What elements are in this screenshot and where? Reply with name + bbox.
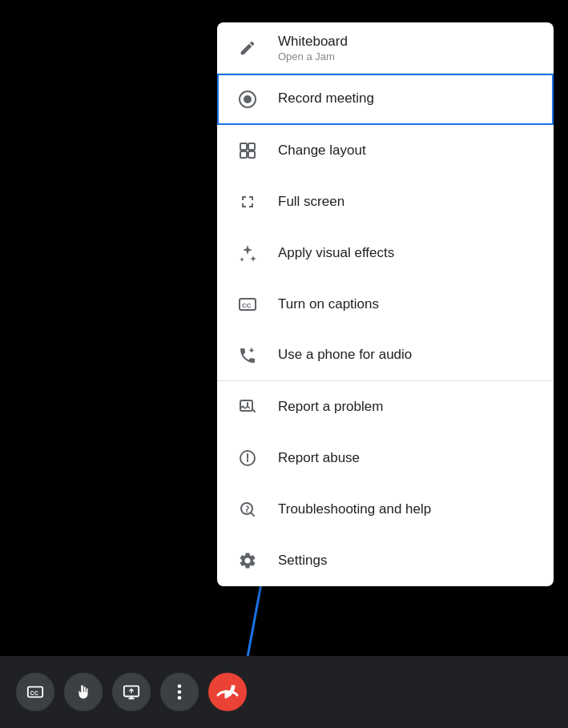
settings-label: Settings — [278, 552, 327, 569]
svg-point-1 — [244, 95, 252, 103]
end-call-toolbar-btn[interactable] — [208, 673, 247, 711]
report-problem-label: Report a problem — [278, 398, 383, 416]
record-meeting-label: Record meeting — [278, 90, 374, 107]
captions-label: Turn on captions — [278, 296, 379, 313]
svg-rect-3 — [248, 143, 255, 150]
record-meeting-text-group: Record meeting — [278, 90, 374, 107]
report-problem-icon — [236, 396, 259, 418]
menu-item-visual-effects[interactable]: Apply visual effects — [217, 227, 554, 279]
menu-item-captions[interactable]: CC Turn on captions — [217, 279, 554, 330]
fullscreen-icon — [236, 191, 259, 213]
svg-rect-8 — [240, 400, 252, 411]
more-options-toolbar-btn[interactable] — [160, 673, 199, 711]
full-screen-label: Full screen — [278, 193, 344, 211]
svg-point-17 — [178, 684, 182, 688]
svg-text:CC: CC — [30, 690, 39, 697]
svg-point-18 — [178, 690, 182, 694]
svg-point-19 — [178, 696, 182, 700]
menu-item-phone-audio[interactable]: Use a phone for audio — [217, 330, 554, 381]
svg-rect-5 — [248, 151, 255, 158]
context-menu: Whiteboard Open a Jam Record meeting Cha… — [217, 22, 554, 586]
svg-rect-4 — [240, 151, 247, 158]
layout-icon — [236, 139, 259, 162]
raise-hand-toolbar-btn[interactable] — [64, 673, 103, 711]
svg-point-11 — [246, 512, 248, 513]
captions-menu-icon: CC — [236, 293, 259, 316]
effects-icon — [236, 242, 259, 264]
menu-item-change-layout[interactable]: Change layout — [217, 125, 554, 176]
menu-item-record-meeting[interactable]: Record meeting — [217, 74, 554, 125]
visual-effects-label: Apply visual effects — [278, 244, 394, 262]
troubleshoot-icon — [236, 498, 259, 521]
phone-icon — [236, 344, 259, 367]
menu-item-report-problem[interactable]: Report a problem — [217, 381, 554, 432]
menu-item-full-screen[interactable]: Full screen — [217, 176, 554, 227]
svg-text:CC: CC — [242, 302, 252, 309]
troubleshooting-label: Troubleshooting and help — [278, 501, 431, 518]
menu-item-troubleshooting[interactable]: Troubleshooting and help — [217, 484, 554, 535]
record-icon — [236, 88, 259, 111]
present-toolbar-btn[interactable] — [112, 673, 151, 711]
pencil-icon — [236, 37, 259, 59]
menu-item-whiteboard[interactable]: Whiteboard Open a Jam — [217, 22, 554, 74]
captions-toolbar-btn[interactable]: CC — [16, 673, 54, 711]
menu-item-report-abuse[interactable]: Report abuse — [217, 432, 554, 484]
report-abuse-label: Report abuse — [278, 449, 360, 467]
whiteboard-text-group: Whiteboard Open a Jam — [278, 33, 348, 62]
report-abuse-icon — [236, 447, 259, 469]
svg-rect-2 — [240, 143, 247, 150]
whiteboard-sublabel: Open a Jam — [278, 50, 348, 62]
menu-item-settings[interactable]: Settings — [217, 535, 554, 586]
toolbar: CC — [0, 656, 568, 728]
change-layout-label: Change layout — [278, 142, 366, 159]
settings-icon — [236, 549, 259, 572]
whiteboard-label: Whiteboard — [278, 33, 348, 50]
phone-audio-label: Use a phone for audio — [278, 346, 412, 364]
